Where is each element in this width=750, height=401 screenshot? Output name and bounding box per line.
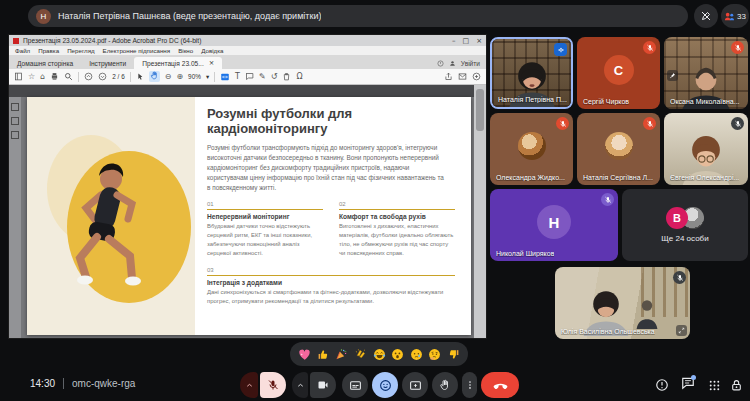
bookmarks-panel-icon[interactable] bbox=[11, 103, 19, 111]
thumbs-down-icon[interactable] bbox=[447, 348, 460, 361]
mic-muted-icon bbox=[731, 117, 744, 130]
home-icon[interactable]: ⌂ bbox=[40, 72, 45, 81]
more-options-button[interactable] bbox=[462, 372, 477, 398]
captions-button[interactable] bbox=[342, 372, 368, 398]
section-number: 02 bbox=[339, 201, 455, 210]
menu-view[interactable]: Перегляд bbox=[67, 47, 94, 54]
sign-in-link[interactable]: Увійти bbox=[461, 60, 480, 67]
attachments-panel-icon[interactable] bbox=[11, 131, 19, 139]
select-tool-icon[interactable] bbox=[136, 72, 144, 81]
thumbs-up-icon[interactable] bbox=[317, 348, 330, 361]
rotate-icon[interactable]: ↺ bbox=[271, 72, 278, 81]
zoom-out-icon[interactable]: ⊖ bbox=[165, 72, 172, 81]
present-screen-button[interactable] bbox=[402, 372, 428, 398]
tab-tools[interactable]: Інструменти bbox=[81, 58, 134, 69]
mic-off-icon bbox=[267, 379, 279, 391]
camera-toggle-button[interactable] bbox=[310, 372, 336, 398]
crying-face-icon[interactable] bbox=[410, 348, 423, 361]
zoom-level-indicator[interactable]: 90% bbox=[188, 73, 201, 80]
reactions-button[interactable] bbox=[372, 372, 398, 398]
section-heading: Інтеграція з додатками bbox=[207, 279, 455, 286]
section-heading: Неперервний моніторинг bbox=[207, 213, 323, 220]
mic-options-button[interactable] bbox=[240, 372, 258, 398]
delete-icon[interactable] bbox=[282, 72, 291, 81]
present-icon bbox=[409, 379, 422, 392]
end-call-button[interactable] bbox=[481, 372, 519, 398]
activities-button[interactable] bbox=[704, 375, 724, 395]
document-scrollbar[interactable] bbox=[474, 85, 486, 339]
page-panel-icon[interactable] bbox=[14, 72, 23, 81]
menu-help[interactable]: Довідка bbox=[201, 47, 223, 54]
star-icon[interactable]: ☆ bbox=[28, 72, 35, 81]
participant-tile-oksana[interactable]: Оксана Миколаївна... bbox=[664, 37, 748, 109]
participant-tile-oleksandra[interactable]: Олександра Жидко... bbox=[490, 113, 573, 185]
close-icon[interactable]: × bbox=[476, 37, 482, 45]
captions-icon bbox=[349, 379, 362, 392]
participant-tile-yuliia[interactable]: Юлія Василівна Ольшевська bbox=[555, 267, 690, 339]
previous-page-icon[interactable] bbox=[84, 72, 93, 81]
search-icon[interactable] bbox=[64, 72, 73, 81]
cloud-icon[interactable] bbox=[472, 72, 481, 81]
share-icon[interactable] bbox=[444, 72, 453, 81]
participant-name: Наталія Петрівна П... bbox=[498, 96, 567, 103]
tab-close-icon[interactable]: × bbox=[209, 59, 215, 67]
surprised-face-icon[interactable] bbox=[391, 348, 404, 361]
section-body: Дані синхронізуються зі смартфонами та ф… bbox=[207, 288, 455, 306]
notification-bell-icon[interactable] bbox=[437, 60, 444, 67]
participant-tile-natalia-p[interactable]: Наталія Петрівна П... bbox=[490, 37, 573, 109]
expand-tile-icon[interactable] bbox=[676, 325, 687, 336]
text-tool-icon[interactable]: T bbox=[235, 72, 240, 81]
minimize-icon[interactable]: – bbox=[452, 37, 456, 45]
hand-tool-icon bbox=[150, 71, 159, 80]
account-icon[interactable] bbox=[449, 60, 456, 67]
next-page-icon[interactable] bbox=[98, 72, 107, 81]
document-top-band bbox=[9, 85, 486, 97]
host-controls-button[interactable] bbox=[726, 375, 746, 395]
participant-name: Євгенія Олександрі... bbox=[670, 174, 739, 181]
tab-home[interactable]: Домашня сторінка bbox=[9, 58, 81, 69]
fit-width-icon[interactable] bbox=[220, 72, 230, 82]
sparkling-heart-icon[interactable] bbox=[298, 348, 311, 361]
thumbnails-panel-icon[interactable] bbox=[11, 117, 19, 125]
participant-name: Юлія Василівна Ольшевська bbox=[561, 328, 655, 335]
zoom-caret-icon[interactable]: ▾ bbox=[206, 73, 209, 81]
thinking-face-icon[interactable] bbox=[428, 348, 441, 361]
acrobat-app-icon bbox=[13, 38, 19, 44]
notification-dot bbox=[691, 375, 696, 380]
clapping-hands-icon[interactable] bbox=[354, 348, 367, 361]
page-number-indicator[interactable]: 2 / 6 bbox=[112, 73, 124, 80]
participant-count-button[interactable]: 33 bbox=[721, 4, 749, 28]
tab-document-label: Презентація 23.05... bbox=[142, 60, 203, 67]
comment-icon[interactable] bbox=[245, 72, 254, 81]
party-popper-icon[interactable] bbox=[335, 348, 348, 361]
clock-time: 14:30 bbox=[30, 378, 55, 389]
camera-options-button[interactable] bbox=[292, 372, 308, 398]
pencil-icon[interactable]: ✎ bbox=[259, 72, 266, 81]
navigation-panel-rail bbox=[9, 97, 21, 339]
tears-of-joy-icon[interactable] bbox=[373, 348, 386, 361]
mic-toggle-button[interactable] bbox=[260, 372, 286, 398]
menu-edit[interactable]: Правка bbox=[38, 47, 59, 54]
participant-tile-nikolay[interactable]: Н Николай Ширяков bbox=[490, 189, 618, 261]
chat-button[interactable] bbox=[678, 375, 698, 395]
zoom-in-icon[interactable]: ⊕ bbox=[176, 72, 183, 81]
menu-file[interactable]: Файл bbox=[15, 47, 30, 54]
meeting-details-button[interactable] bbox=[652, 375, 672, 395]
hand-tool-selected[interactable] bbox=[149, 71, 160, 82]
participant-tile-yevheniia[interactable]: Євгенія Олександрі... bbox=[664, 113, 748, 185]
participant-tile-natalia-s[interactable]: Наталія Сергіївна Л... bbox=[577, 113, 660, 185]
pin-icon[interactable] bbox=[667, 70, 678, 81]
read-aloud-icon[interactable]: Ω bbox=[296, 72, 302, 81]
menu-window[interactable]: Вікно bbox=[178, 47, 193, 54]
email-icon[interactable] bbox=[458, 72, 467, 81]
participant-tile-serhii[interactable]: С Сергій Чирков bbox=[577, 37, 660, 109]
more-vertical-icon bbox=[465, 379, 475, 391]
annotation-toggle-button[interactable] bbox=[694, 4, 718, 28]
print-icon[interactable] bbox=[50, 72, 59, 81]
slide-section-2: 02 Комфорт та свобода рухів Виготовлені … bbox=[339, 201, 455, 257]
more-participants-tile[interactable]: В Ще 24 особи bbox=[622, 189, 748, 261]
menu-esign[interactable]: Електронне підписання bbox=[103, 47, 171, 54]
tab-document[interactable]: Презентація 23.05... × bbox=[134, 57, 222, 69]
raise-hand-button[interactable] bbox=[432, 372, 458, 398]
maximize-icon[interactable]: □ bbox=[463, 37, 470, 45]
